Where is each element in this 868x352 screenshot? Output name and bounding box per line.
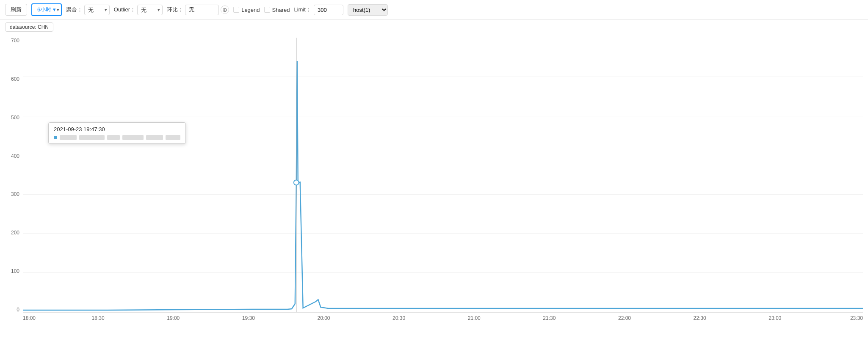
huanbi-add-button[interactable]: ⊕ xyxy=(221,6,229,14)
aggregate-select[interactable]: 无 xyxy=(84,5,110,15)
datasource-tag: datasource: CHN xyxy=(5,22,53,32)
tooltip-text-4 xyxy=(122,135,144,140)
y-label-0: 0 xyxy=(5,307,22,313)
tooltip-dot xyxy=(54,136,57,139)
legend-label: Legend xyxy=(241,7,260,13)
x-label-2000: 20:00 xyxy=(317,315,330,321)
line-chart-svg xyxy=(23,38,863,312)
tooltip-time: 2021-09-23 19:47:30 xyxy=(54,126,180,132)
shared-checkbox[interactable] xyxy=(264,7,270,13)
x-axis: 18:00 18:30 19:00 19:30 20:00 20:30 21:0… xyxy=(23,313,863,325)
data-point-circle xyxy=(294,180,299,185)
x-label-2230: 22:30 xyxy=(694,315,706,321)
outlier-select[interactable]: 无 xyxy=(137,5,163,15)
datasource-tag-wrap: datasource: CHN xyxy=(0,20,868,34)
tooltip-text-6 xyxy=(166,135,180,140)
limit-wrap: Limit： xyxy=(294,5,343,15)
chart-inner: 2021-09-23 19:47:30 xyxy=(23,38,863,313)
toolbar: 刷新 6小时 ▾ 聚合： 无 Outlier： 无 环比： xyxy=(0,0,868,20)
tooltip-text-2 xyxy=(79,135,105,140)
refresh-button[interactable]: 刷新 xyxy=(5,4,27,16)
tooltip: 2021-09-23 19:47:30 xyxy=(48,122,186,144)
y-label-100: 100 xyxy=(5,268,22,274)
aggregate-select-container: 无 xyxy=(84,5,110,15)
time-range-button[interactable]: 6小时 ▾ xyxy=(31,3,62,16)
shared-checkbox-wrap[interactable]: Shared xyxy=(264,7,290,13)
host-select-container: host(1) xyxy=(348,4,388,16)
x-label-2100: 21:00 xyxy=(468,315,481,321)
huanbi-wrap: 环比： ⊕ xyxy=(167,5,229,15)
y-label-700: 700 xyxy=(5,38,22,44)
y-label-200: 200 xyxy=(5,230,22,236)
tooltip-text-3 xyxy=(107,135,120,140)
outlier-wrap: Outlier： 无 xyxy=(114,5,163,15)
x-label-1900: 19:00 xyxy=(167,315,180,321)
chart-container: 0 100 200 300 400 500 600 700 xyxy=(5,38,863,325)
huanbi-label: 环比： xyxy=(167,6,183,14)
tooltip-row xyxy=(54,135,180,140)
legend-checkbox[interactable] xyxy=(233,7,239,13)
shared-label: Shared xyxy=(272,7,290,13)
host-select[interactable]: host(1) xyxy=(348,4,388,16)
x-label-2130: 21:30 xyxy=(543,315,556,321)
time-range-select-container: 6小时 ▾ xyxy=(31,3,62,16)
x-label-1930: 19:30 xyxy=(242,315,255,321)
legend-checkbox-wrap[interactable]: Legend xyxy=(233,7,260,13)
y-label-600: 600 xyxy=(5,76,22,82)
chart-area: 0 100 200 300 400 500 600 700 xyxy=(0,34,868,330)
y-axis: 0 100 200 300 400 500 600 700 xyxy=(5,38,22,313)
y-label-500: 500 xyxy=(5,115,22,121)
tooltip-text-5 xyxy=(146,135,163,140)
x-label-1800: 18:00 xyxy=(23,315,36,321)
chart-line xyxy=(23,61,863,310)
aggregate-label: 聚合： xyxy=(66,6,83,14)
y-label-300: 300 xyxy=(5,191,22,197)
x-label-2330: 23:30 xyxy=(850,315,863,321)
x-label-2030: 20:30 xyxy=(393,315,405,321)
tooltip-text-1 xyxy=(60,135,77,140)
x-label-2300: 23:00 xyxy=(768,315,781,321)
x-label-1830: 18:30 xyxy=(92,315,105,321)
x-label-2200: 22:00 xyxy=(618,315,631,321)
limit-label: Limit： xyxy=(294,6,311,14)
outlier-select-container: 无 xyxy=(137,5,163,15)
huanbi-input[interactable] xyxy=(185,5,219,15)
aggregate-wrap: 聚合： 无 xyxy=(66,5,110,15)
outlier-label: Outlier： xyxy=(114,6,135,14)
y-label-400: 400 xyxy=(5,153,22,159)
limit-input[interactable] xyxy=(314,5,343,15)
